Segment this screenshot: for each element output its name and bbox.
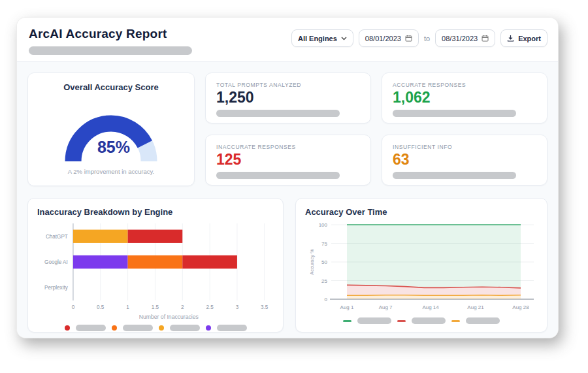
legend-dash (343, 320, 351, 322)
dashboard-content: Overall Accuracy Score 85% A 2% improvem… (17, 62, 558, 338)
engine-filter-value: All Engines (298, 35, 337, 42)
svg-text:3: 3 (236, 304, 239, 310)
svg-text:Aug 7: Aug 7 (379, 304, 393, 310)
redacted-text-bar (393, 110, 516, 117)
svg-text:85%: 85% (97, 138, 130, 156)
redacted-text-bar (393, 172, 516, 179)
date-to-value: 08/31/2023 (442, 35, 478, 42)
svg-text:100: 100 (319, 222, 328, 228)
legend-dot (206, 325, 211, 331)
svg-text:25: 25 (321, 278, 327, 284)
calendar-icon (405, 35, 412, 42)
line-chart-legend (305, 316, 538, 327)
date-from-value: 08/01/2023 (365, 35, 401, 42)
stat-card-inaccurate: INACCURATE RESPONSES 125 (205, 135, 371, 186)
redacted-legend-label (170, 325, 200, 331)
line-chart-title: Accuracy Over Time (305, 207, 538, 217)
svg-text:Google AI: Google AI (44, 259, 68, 265)
svg-text:0: 0 (72, 304, 75, 310)
stat-label: ACCURATE RESPONSES (393, 82, 536, 88)
stat-card-insufficient: INSUFFICIENT INFO 63 (382, 135, 547, 186)
accuracy-over-time-card: Accuracy Over Time 0255075100Accuracy %A… (295, 198, 547, 332)
redacted-legend-label (217, 325, 247, 331)
svg-text:Perplexity: Perplexity (44, 285, 69, 291)
svg-text:0.5: 0.5 (97, 304, 105, 310)
download-icon (507, 35, 514, 42)
svg-text:2.5: 2.5 (206, 304, 214, 310)
stat-value: 1,250 (216, 89, 360, 105)
legend-dot (65, 325, 70, 331)
engine-filter-select[interactable]: All Engines (291, 29, 353, 47)
legend-dash (397, 320, 406, 322)
report-header: ArcAI Accuracy Report All Engines 08/01/… (17, 18, 558, 62)
redacted-text-bar (216, 172, 340, 179)
line-chart: 0255075100Accuracy %Aug 1Aug 7Aug 14Aug … (305, 219, 538, 316)
redacted-legend-label (76, 325, 106, 331)
gauge-title: Overall Accuracy Score (63, 82, 159, 92)
overall-accuracy-card: Overall Accuracy Score 85% A 2% improvem… (27, 73, 195, 186)
svg-text:Number of Inaccuracies: Number of Inaccuracies (139, 314, 199, 320)
bar-chart: 00.511.522.533.5ChatGPTGoogle AIPerplexi… (37, 219, 274, 323)
date-to-input[interactable]: 08/31/2023 (435, 29, 495, 47)
svg-text:Aug 21: Aug 21 (467, 304, 484, 310)
chevron-down-icon (341, 37, 347, 41)
page-title: ArcAI Accuracy Report (29, 27, 192, 41)
svg-text:2: 2 (181, 304, 184, 310)
date-from-input[interactable]: 08/01/2023 (359, 29, 419, 47)
stat-card-total-prompts: TOTAL PROMPTS ANALYZED 1,250 (205, 73, 371, 123)
legend-dot (112, 325, 117, 331)
stat-label: INACCURATE RESPONSES (216, 144, 360, 150)
stat-label: TOTAL PROMPTS ANALYZED (216, 82, 360, 88)
svg-text:Aug 1: Aug 1 (340, 304, 354, 310)
redacted-legend-label (357, 317, 391, 324)
stat-value: 125 (216, 152, 360, 167)
calendar-icon (482, 35, 489, 42)
svg-text:75: 75 (321, 241, 327, 247)
svg-text:3.5: 3.5 (261, 304, 269, 310)
summary-grid: Overall Accuracy Score 85% A 2% improvem… (27, 73, 547, 186)
bar-chart-legend (37, 323, 274, 334)
inaccuracy-breakdown-card: Inaccuracy Breakdown by Engine 00.511.52… (27, 198, 284, 332)
stat-value: 1,062 (393, 89, 536, 105)
redacted-legend-label (412, 317, 446, 324)
export-label: Export (518, 35, 541, 42)
redacted-text-bar (216, 110, 340, 117)
redacted-legend-label (466, 317, 500, 324)
header-controls: All Engines 08/01/2023 to 08/31/2023 Exp… (291, 29, 547, 47)
header-title-block: ArcAI Accuracy Report (29, 27, 192, 55)
export-button[interactable]: Export (500, 29, 547, 47)
gauge-caption: A 2% improvement in accuracy. (68, 168, 154, 178)
date-range-to-label: to (424, 35, 430, 42)
redacted-legend-label (123, 325, 153, 331)
svg-text:ChatGPT: ChatGPT (46, 234, 68, 240)
svg-text:1: 1 (126, 304, 129, 310)
svg-text:Aug 28: Aug 28 (512, 304, 529, 310)
redacted-subtitle-bar (29, 46, 192, 55)
svg-text:0: 0 (325, 297, 328, 302)
svg-text:Aug 14: Aug 14 (422, 304, 439, 310)
legend-dot (159, 325, 164, 331)
stat-value: 63 (393, 152, 536, 167)
charts-grid: Inaccuracy Breakdown by Engine 00.511.52… (27, 198, 547, 332)
svg-text:50: 50 (321, 259, 327, 265)
accuracy-gauge: 85% (53, 103, 169, 168)
stat-card-accurate: ACCURATE RESPONSES 1,062 (382, 73, 547, 123)
svg-text:1.5: 1.5 (152, 304, 159, 310)
legend-dash (451, 320, 460, 322)
bar-chart-title: Inaccuracy Breakdown by Engine (37, 207, 274, 217)
stat-label: INSUFFICIENT INFO (393, 144, 536, 150)
dashboard-page: ArcAI Accuracy Report All Engines 08/01/… (16, 17, 559, 338)
svg-text:Accuracy %: Accuracy % (309, 249, 315, 275)
